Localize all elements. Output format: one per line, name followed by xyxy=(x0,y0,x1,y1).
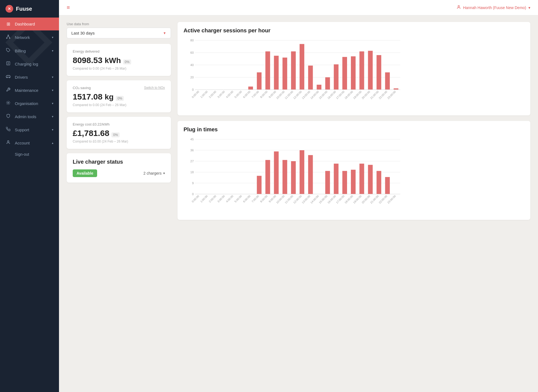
account-icon xyxy=(5,140,11,146)
sidebar-item-label-network: Network xyxy=(15,35,48,40)
sidebar-item-label-account: Account xyxy=(15,141,48,145)
live-charger-card: Live charger status Available 2 chargers… xyxy=(67,153,171,183)
header: ≡ Hannah Haworth (Fuuse New Demo) ▾ xyxy=(59,0,538,15)
sidebar-item-label-support: Support xyxy=(15,127,48,132)
chevron-down-icon: ▾ xyxy=(52,115,53,118)
sidebar: ✕ Fuuse ⊞ Dashboard Network ▾ xyxy=(0,0,59,392)
co2-saving-card: CO₂ saving Switch to NOx 1517.08 kg 0% C… xyxy=(67,80,171,112)
svg-point-2 xyxy=(8,35,9,36)
active-sessions-chart-area xyxy=(184,38,524,110)
energy-delivered-badge: 0% xyxy=(123,59,131,64)
svg-point-3 xyxy=(6,38,7,39)
sidebar-item-support[interactable]: Support ▾ xyxy=(0,123,59,136)
sidebar-item-maintenance[interactable]: Maintenance ▾ xyxy=(0,84,59,97)
active-sessions-chart xyxy=(184,38,403,109)
chevron-down-icon: ▾ xyxy=(52,102,53,105)
content-area: Use data from Last 30 days ▼ Energy deli… xyxy=(59,15,538,392)
admin-tools-icon xyxy=(5,114,11,119)
sidebar-item-billing[interactable]: Billing ▾ xyxy=(0,44,59,57)
switch-to-nox-link[interactable]: Switch to NOx xyxy=(144,86,165,90)
logo-text: Fuuse xyxy=(16,6,32,12)
active-sessions-chart-card: Active charger sessions per hour xyxy=(178,22,530,115)
support-icon xyxy=(5,127,11,132)
network-icon xyxy=(5,34,11,40)
live-charger-title: Live charger status xyxy=(73,159,165,165)
logo[interactable]: ✕ Fuuse xyxy=(0,0,59,18)
energy-cost-value: £1,781.68 0% xyxy=(73,129,165,138)
sidebar-item-network[interactable]: Network ▾ xyxy=(0,30,59,44)
chevron-down-icon: ▾ xyxy=(52,128,53,132)
user-dropdown-icon: ▾ xyxy=(528,5,530,10)
date-filter-value: Last 30 days xyxy=(71,31,95,35)
user-icon xyxy=(457,5,461,10)
chevron-up-icon: ▴ xyxy=(52,141,53,145)
date-filter-select[interactable]: Last 30 days ▼ xyxy=(67,28,171,38)
sidebar-item-label-organisation: Organisation xyxy=(15,101,48,106)
energy-delivered-value: 8098.53 kWh 0% xyxy=(73,56,165,65)
sidebar-item-account[interactable]: Account ▴ xyxy=(0,136,59,149)
svg-line-6 xyxy=(8,36,10,38)
date-filter-section: Use data from Last 30 days ▼ xyxy=(67,22,171,38)
active-sessions-chart-title: Active charger sessions per hour xyxy=(184,27,524,34)
energy-cost-compare: Compared to £0.00 (24 Feb – 26 Mar) xyxy=(73,140,165,143)
sidebar-item-dashboard[interactable]: ⊞ Dashboard xyxy=(0,18,59,30)
plug-in-times-chart-card: Plug in times xyxy=(178,121,530,220)
charger-count-button[interactable]: 2 chargers ▾ xyxy=(143,171,165,175)
sidebar-item-drivers[interactable]: Drivers ▾ xyxy=(0,70,59,84)
date-filter-arrow: ▼ xyxy=(163,31,166,35)
left-panel: Use data from Last 30 days ▼ Energy deli… xyxy=(67,22,171,385)
main-area: ≡ Hannah Haworth (Fuuse New Demo) ▾ Use … xyxy=(59,0,538,392)
plug-in-times-chart-title: Plug in times xyxy=(184,126,524,133)
chevron-down-icon: ▾ xyxy=(52,36,53,39)
svg-point-4 xyxy=(9,38,10,39)
energy-cost-badge: 0% xyxy=(111,132,119,137)
energy-delivered-card: Energy delivered 8098.53 kWh 0% Compared… xyxy=(67,44,171,76)
svg-point-14 xyxy=(458,5,459,7)
maintenance-icon xyxy=(5,87,11,93)
sidebar-item-label-charging-log: Charging log xyxy=(15,62,53,66)
co2-saving-value: 1517.08 kg 0% xyxy=(73,92,165,101)
sidebar-item-label-admin-tools: Admin tools xyxy=(15,114,48,119)
sidebar-item-label-maintenance: Maintenance xyxy=(15,88,48,93)
charger-count-caret: ▾ xyxy=(163,171,165,175)
user-name: Hannah Haworth (Fuuse New Demo) xyxy=(463,5,526,10)
sidebar-item-organisation[interactable]: Organisation ▾ xyxy=(0,97,59,110)
plug-in-times-chart xyxy=(184,137,403,213)
dashboard-icon: ⊞ xyxy=(5,21,11,27)
organisation-icon xyxy=(5,101,11,106)
charging-log-icon xyxy=(5,61,11,67)
chevron-down-icon: ▾ xyxy=(52,49,53,53)
live-charger-row: Available 2 chargers ▾ xyxy=(73,169,165,177)
sign-out-link[interactable]: Sign-out xyxy=(0,149,59,159)
sidebar-item-admin-tools[interactable]: Admin tools ▾ xyxy=(0,110,59,123)
svg-point-13 xyxy=(7,141,9,142)
date-filter-label: Use data from xyxy=(67,22,171,26)
menu-toggle-button[interactable]: ≡ xyxy=(67,4,70,11)
energy-delivered-label: Energy delivered xyxy=(73,49,165,53)
logo-icon: ✕ xyxy=(5,5,13,13)
billing-icon xyxy=(5,48,11,53)
svg-line-5 xyxy=(7,36,8,38)
plug-in-times-chart-area xyxy=(184,137,524,214)
sidebar-item-label-billing: Billing xyxy=(15,49,48,53)
sidebar-item-label-drivers: Drivers xyxy=(15,75,48,79)
energy-cost-label: Energy cost £0.22/kWh xyxy=(73,122,165,126)
chevron-down-icon: ▾ xyxy=(52,75,53,79)
chevron-down-icon: ▾ xyxy=(52,89,53,92)
svg-point-12 xyxy=(8,102,9,103)
sidebar-item-charging-log[interactable]: Charging log xyxy=(0,57,59,70)
co2-saving-badge: 0% xyxy=(116,96,124,101)
available-status-badge: Available xyxy=(73,169,97,177)
energy-delivered-compare: Compared to 0.00 (24 Feb – 26 Mar) xyxy=(73,67,165,70)
drivers-icon xyxy=(5,74,11,80)
user-menu[interactable]: Hannah Haworth (Fuuse New Demo) ▾ xyxy=(457,5,530,10)
sidebar-item-label-dashboard: Dashboard xyxy=(15,22,53,26)
co2-saving-label: CO₂ saving Switch to NOx xyxy=(73,86,165,90)
right-panel: Active charger sessions per hour Plug in… xyxy=(178,22,530,385)
co2-saving-compare: Compared to 0.00 (24 Feb – 26 Mar) xyxy=(73,103,165,107)
energy-cost-card: Energy cost £0.22/kWh £1,781.68 0% Compa… xyxy=(67,117,171,149)
